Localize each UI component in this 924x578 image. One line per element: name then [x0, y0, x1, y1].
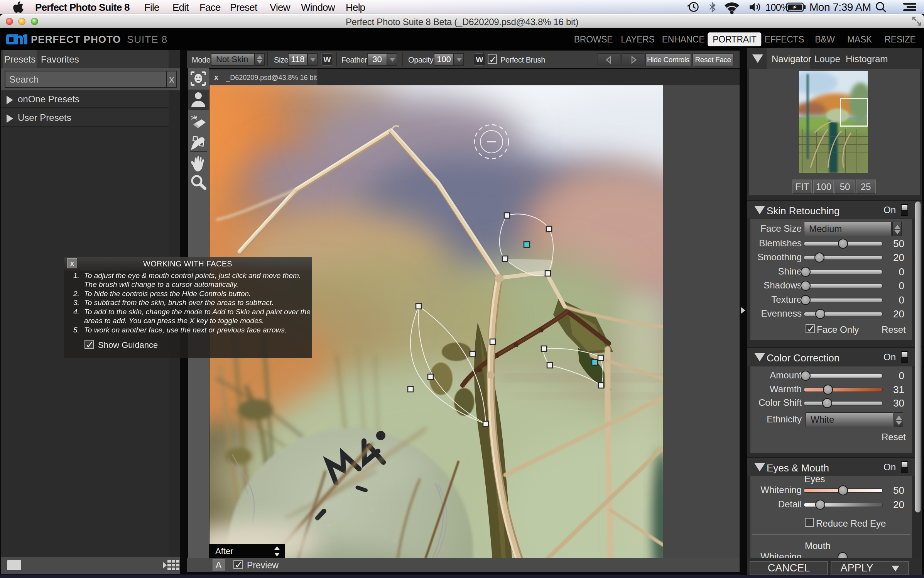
svg-text:PERFECT PHOTO: PERFECT PHOTO [31, 34, 121, 45]
svg-text:SUITE 8: SUITE 8 [127, 34, 167, 45]
